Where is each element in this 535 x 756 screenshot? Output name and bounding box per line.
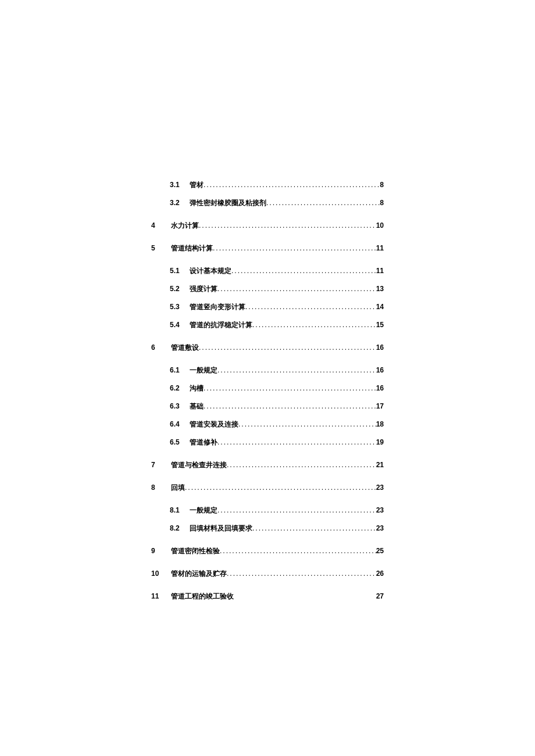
- toc-title: 设计基本规定: [190, 266, 231, 276]
- toc-title: 管道工程的竣工验收: [171, 592, 234, 601]
- toc-entry: 8.1一般规定23: [151, 506, 384, 515]
- toc-entry: 8.2回填材料及回填要求23: [151, 524, 384, 533]
- toc-entry: 7管道与检查井连接21: [151, 460, 384, 470]
- toc-page-number: 15: [376, 321, 384, 329]
- toc-number: 10: [151, 569, 163, 578]
- toc-leader-dots: [217, 285, 376, 293]
- toc-page-number: 26: [376, 569, 384, 578]
- toc-number: 3.1: [170, 181, 181, 189]
- toc-leader-dots: [185, 483, 376, 492]
- toc-page-number: 18: [376, 420, 384, 428]
- toc-entry: 8回填23: [151, 483, 384, 493]
- toc-leader-dots: [204, 402, 376, 410]
- toc-number: 7: [151, 461, 163, 469]
- toc-page-number: 11: [376, 244, 384, 252]
- toc-leader-dots: [252, 321, 376, 329]
- toc-number: 3.2: [170, 199, 181, 207]
- toc-title: 管材的运输及贮存: [171, 569, 227, 579]
- toc-page-number: 11: [376, 267, 384, 275]
- toc-number: 8.2: [170, 524, 181, 532]
- toc-leader-dots: [199, 343, 376, 352]
- toc-entry: 3.1管材8: [151, 180, 384, 190]
- toc-page-number: 16: [376, 343, 384, 352]
- toc-title: 管道竖向变形计算: [190, 302, 245, 312]
- toc-entry: 5.4管道的抗浮稳定计算15: [151, 320, 384, 330]
- toc-entry: 6管道敷设16: [151, 343, 384, 353]
- toc-leader-dots: [204, 384, 376, 392]
- toc-entry: 10管材的运输及贮存26: [151, 569, 384, 579]
- toc-title: 管道安装及连接: [190, 420, 238, 429]
- toc-entry: 9管道密闭性检验25: [151, 546, 384, 556]
- toc-number: 5.2: [170, 285, 181, 293]
- toc-page-number: 21: [376, 461, 384, 469]
- toc-number: 11: [151, 592, 163, 600]
- toc-leader-dots: [245, 303, 376, 311]
- toc-title: 管道敷设: [171, 343, 199, 353]
- toc-leader-dots: [204, 181, 380, 189]
- table-of-contents: 3.1管材83.2弹性密封橡胶圈及粘接剂84水力计算105管道结构计算115.1…: [151, 180, 384, 601]
- toc-page-number: 8: [380, 181, 384, 189]
- toc-entry: 11管道工程的竣工验收27: [151, 592, 384, 601]
- toc-page-number: 23: [376, 506, 384, 514]
- toc-entry: 5.2强度计算13: [151, 284, 384, 294]
- toc-number: 6.2: [170, 384, 181, 392]
- toc-title: 管道密闭性检验: [171, 546, 220, 556]
- toc-title: 管材: [190, 180, 204, 190]
- toc-number: 5: [151, 244, 163, 252]
- toc-title: 一般规定: [190, 506, 217, 515]
- toc-leader-dots: [266, 199, 380, 207]
- toc-page-number: 13: [376, 285, 384, 293]
- toc-title: 沟槽: [190, 384, 204, 393]
- toc-entry: 5.3管道竖向变形计算14: [151, 302, 384, 312]
- toc-page-number: 16: [376, 384, 384, 392]
- toc-title: 回填: [171, 483, 185, 493]
- toc-page-number: 23: [376, 483, 384, 492]
- toc-number: 4: [151, 221, 163, 230]
- toc-number: 5.1: [170, 267, 181, 275]
- toc-page-number: 17: [376, 402, 384, 410]
- toc-number: 6: [151, 343, 163, 352]
- toc-number: 8: [151, 483, 163, 492]
- toc-entry: 6.5管道修补19: [151, 438, 384, 447]
- toc-title: 回填材料及回填要求: [190, 524, 252, 533]
- toc-page-number: 25: [376, 547, 384, 555]
- toc-page-number: 8: [380, 199, 384, 207]
- toc-title: 管道结构计算: [171, 243, 213, 253]
- toc-leader-dots: [227, 461, 376, 469]
- toc-number: 9: [151, 547, 163, 555]
- toc-leader-dots: [217, 438, 376, 446]
- toc-entry: 6.4管道安装及连接18: [151, 420, 384, 429]
- toc-leader-dots: [199, 221, 376, 230]
- toc-entry: 6.1一般规定16: [151, 366, 384, 375]
- toc-page-number: 14: [376, 303, 384, 311]
- toc-title: 管道修补: [190, 438, 217, 447]
- toc-leader-dots: [231, 267, 376, 275]
- toc-number: 5.3: [170, 303, 181, 311]
- toc-entry: 5.1设计基本规定11: [151, 266, 384, 276]
- toc-page-number: 23: [376, 524, 384, 532]
- toc-entry: 6.2沟槽16: [151, 384, 384, 393]
- toc-title: 管道的抗浮稳定计算: [190, 320, 252, 330]
- toc-leader-dots: [252, 524, 376, 532]
- toc-page-number: 27: [376, 592, 384, 600]
- toc-leader-dots: [217, 506, 376, 514]
- toc-number: 6.1: [170, 366, 181, 374]
- toc-page-number: 10: [376, 221, 384, 230]
- toc-number: 8.1: [170, 506, 181, 514]
- toc-leader-dots: [227, 569, 376, 578]
- toc-page-number: 16: [376, 366, 384, 374]
- toc-entry: 3.2弹性密封橡胶圈及粘接剂8: [151, 198, 384, 208]
- toc-title: 弹性密封橡胶圈及粘接剂: [190, 198, 266, 208]
- toc-number: 6.3: [170, 402, 181, 410]
- toc-number: 6.5: [170, 438, 181, 446]
- toc-leader-dots: [213, 244, 376, 252]
- toc-entry: 4水力计算10: [151, 221, 384, 231]
- toc-leader-dots: [220, 547, 376, 555]
- toc-title: 基础: [190, 402, 204, 411]
- page-container: 3.1管材83.2弹性密封橡胶圈及粘接剂84水力计算105管道结构计算115.1…: [0, 0, 535, 756]
- toc-title: 水力计算: [171, 221, 199, 231]
- toc-number: 6.4: [170, 420, 181, 428]
- toc-leader-dots: [217, 366, 376, 374]
- toc-page-number: 19: [376, 438, 384, 446]
- toc-number: 5.4: [170, 321, 181, 329]
